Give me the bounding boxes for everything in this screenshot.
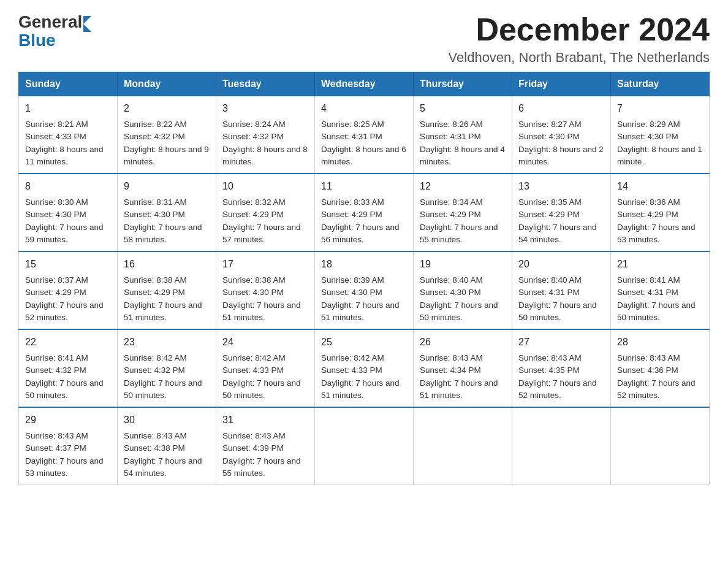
sunset-label: Sunset: 4:30 PM [222,288,284,297]
daylight-label: Daylight: 7 hours and 53 minutes. [25,456,104,478]
day-number: 21 [617,257,703,272]
calendar-cell: 23Sunrise: 8:42 AMSunset: 4:32 PMDayligh… [118,329,216,407]
sunset-label: Sunset: 4:30 PM [321,288,382,297]
sunrise-label: Sunrise: 8:42 AM [321,353,384,362]
calendar-cell: 13Sunrise: 8:35 AMSunset: 4:29 PMDayligh… [512,174,611,251]
calendar-cell: 9Sunrise: 8:31 AMSunset: 4:30 PMDaylight… [118,174,216,251]
sunrise-label: Sunrise: 8:42 AM [222,353,286,362]
week-row-1: 1Sunrise: 8:21 AMSunset: 4:33 PMDaylight… [19,96,710,174]
daylight-label: Daylight: 7 hours and 50 minutes. [222,378,301,400]
daylight-label: Daylight: 7 hours and 50 minutes. [25,378,104,400]
day-number: 24 [222,335,308,350]
sunrise-label: Sunrise: 8:43 AM [25,431,88,440]
day-number: 18 [321,257,407,272]
calendar-cell: 4Sunrise: 8:25 AMSunset: 4:31 PMDaylight… [315,96,414,174]
day-number: 9 [124,179,210,194]
sunset-label: Sunset: 4:33 PM [222,366,284,375]
sunrise-label: Sunrise: 8:29 AM [617,120,680,129]
daylight-label: Daylight: 7 hours and 51 minutes. [222,301,301,322]
calendar-cell [414,407,512,485]
daylight-label: Daylight: 7 hours and 55 minutes. [222,456,301,478]
daylight-label: Daylight: 8 hours and 2 minutes. [518,145,604,166]
calendar-cell: 27Sunrise: 8:43 AMSunset: 4:35 PMDayligh… [512,329,611,407]
daylight-label: Daylight: 7 hours and 52 minutes. [518,378,597,400]
calendar-table: SundayMondayTuesdayWednesdayThursdayFrid… [18,72,710,485]
daylight-label: Daylight: 7 hours and 50 minutes. [124,378,202,400]
daylight-label: Daylight: 8 hours and 1 minute. [617,145,702,166]
header-tuesday: Tuesday [216,72,315,96]
day-number: 2 [124,101,210,116]
sunrise-label: Sunrise: 8:31 AM [124,197,187,207]
day-number: 8 [25,179,111,194]
sunset-label: Sunset: 4:36 PM [617,366,678,375]
month-title: December 2024 [449,12,710,47]
sunrise-label: Sunrise: 8:34 AM [420,197,483,207]
sunrise-label: Sunrise: 8:37 AM [25,275,88,285]
sunrise-label: Sunrise: 8:40 AM [420,275,483,285]
calendar-cell: 21Sunrise: 8:41 AMSunset: 4:31 PMDayligh… [611,251,710,329]
header-friday: Friday [512,72,611,96]
daylight-label: Daylight: 7 hours and 50 minutes. [617,301,696,322]
location-title: Veldhoven, North Brabant, The Netherland… [449,50,710,66]
day-number: 1 [25,101,111,116]
sunset-label: Sunset: 4:31 PM [321,132,382,141]
day-number: 29 [25,413,111,427]
daylight-label: Daylight: 7 hours and 52 minutes. [617,378,696,400]
calendar-cell: 22Sunrise: 8:41 AMSunset: 4:32 PMDayligh… [19,329,118,407]
calendar-cell: 11Sunrise: 8:33 AMSunset: 4:29 PMDayligh… [315,174,414,251]
calendar-cell: 6Sunrise: 8:27 AMSunset: 4:30 PMDaylight… [512,96,611,174]
sunrise-label: Sunrise: 8:36 AM [617,197,680,207]
day-number: 3 [222,101,308,116]
sunrise-label: Sunrise: 8:40 AM [518,275,582,285]
sunrise-label: Sunrise: 8:35 AM [518,197,582,207]
logo-general-text: General [18,12,82,32]
calendar-cell: 31Sunrise: 8:43 AMSunset: 4:39 PMDayligh… [216,407,315,485]
sunrise-label: Sunrise: 8:27 AM [518,120,582,129]
day-number: 23 [124,335,210,350]
daylight-label: Daylight: 7 hours and 59 minutes. [25,223,104,244]
header-saturday: Saturday [611,72,710,96]
daylight-label: Daylight: 7 hours and 55 minutes. [420,223,498,244]
sunset-label: Sunset: 4:30 PM [518,132,580,141]
day-number: 12 [420,179,506,194]
calendar-cell: 19Sunrise: 8:40 AMSunset: 4:30 PMDayligh… [414,251,512,329]
daylight-label: Daylight: 7 hours and 51 minutes. [124,301,202,322]
header-monday: Monday [118,72,216,96]
sunset-label: Sunset: 4:31 PM [518,288,580,297]
sunset-label: Sunset: 4:29 PM [25,288,86,297]
calendar-cell: 18Sunrise: 8:39 AMSunset: 4:30 PMDayligh… [315,251,414,329]
sunrise-label: Sunrise: 8:33 AM [321,197,384,207]
title-area: December 2024 Veldhoven, North Brabant, … [449,12,710,66]
sunset-label: Sunset: 4:30 PM [420,288,481,297]
calendar-cell: 10Sunrise: 8:32 AMSunset: 4:29 PMDayligh… [216,174,315,251]
sunset-label: Sunset: 4:35 PM [518,366,580,375]
calendar-cell: 14Sunrise: 8:36 AMSunset: 4:29 PMDayligh… [611,174,710,251]
daylight-label: Daylight: 7 hours and 51 minutes. [321,378,400,400]
sunrise-label: Sunrise: 8:38 AM [222,275,286,285]
sunrise-label: Sunrise: 8:22 AM [124,120,187,129]
day-number: 15 [25,257,111,272]
sunset-label: Sunset: 4:29 PM [617,210,678,219]
sunset-label: Sunset: 4:29 PM [321,210,382,219]
daylight-label: Daylight: 7 hours and 56 minutes. [321,223,400,244]
header-thursday: Thursday [414,72,512,96]
day-number: 19 [420,257,506,272]
day-number: 28 [617,335,703,350]
calendar-cell: 15Sunrise: 8:37 AMSunset: 4:29 PMDayligh… [19,251,118,329]
day-number: 11 [321,179,407,194]
day-number: 22 [25,335,111,350]
sunset-label: Sunset: 4:29 PM [518,210,580,219]
sunset-label: Sunset: 4:32 PM [124,132,185,141]
logo-blue-text: Blue [18,32,91,49]
calendar-cell [315,407,414,485]
daylight-label: Daylight: 7 hours and 54 minutes. [124,456,202,478]
sunset-label: Sunset: 4:30 PM [25,210,86,219]
header: General Blue December 2024 Veldhoven, No… [18,12,710,66]
header-sunday: Sunday [19,72,118,96]
day-number: 13 [518,179,604,194]
sunset-label: Sunset: 4:33 PM [321,366,382,375]
calendar-cell: 3Sunrise: 8:24 AMSunset: 4:32 PMDaylight… [216,96,315,174]
week-row-2: 8Sunrise: 8:30 AMSunset: 4:30 PMDaylight… [19,174,710,251]
sunset-label: Sunset: 4:32 PM [222,132,284,141]
sunrise-label: Sunrise: 8:21 AM [25,120,88,129]
